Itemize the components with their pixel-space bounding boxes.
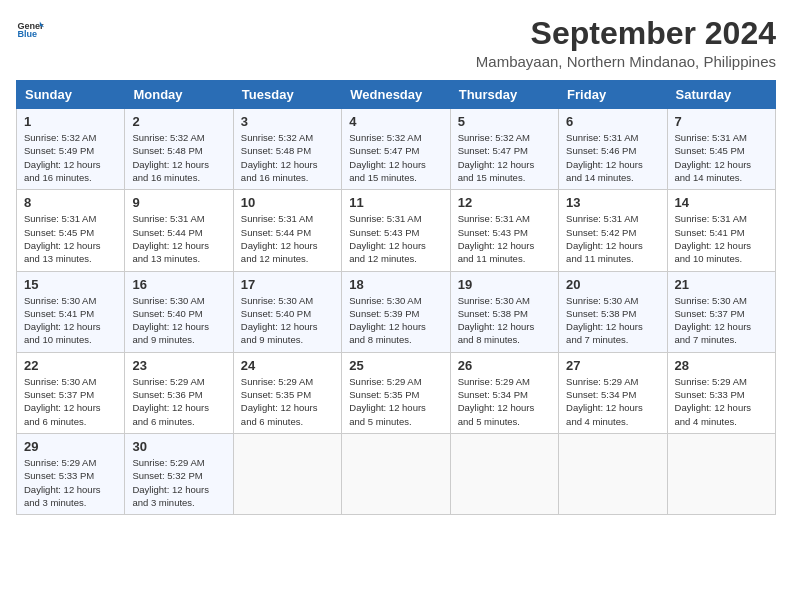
calendar-day-cell: 11Sunrise: 5:31 AM Sunset: 5:43 PM Dayli… (342, 190, 450, 271)
day-detail: Sunrise: 5:30 AM Sunset: 5:40 PM Dayligh… (241, 294, 334, 347)
day-detail: Sunrise: 5:30 AM Sunset: 5:41 PM Dayligh… (24, 294, 117, 347)
calendar-week-row: 8Sunrise: 5:31 AM Sunset: 5:45 PM Daylig… (17, 190, 776, 271)
day-number: 27 (566, 358, 659, 373)
month-title: September 2024 (476, 16, 776, 51)
calendar-day-cell: 29Sunrise: 5:29 AM Sunset: 5:33 PM Dayli… (17, 433, 125, 514)
calendar-day-cell: 23Sunrise: 5:29 AM Sunset: 5:36 PM Dayli… (125, 352, 233, 433)
day-number: 9 (132, 195, 225, 210)
calendar-day-cell: 27Sunrise: 5:29 AM Sunset: 5:34 PM Dayli… (559, 352, 667, 433)
calendar-week-row: 1Sunrise: 5:32 AM Sunset: 5:49 PM Daylig… (17, 109, 776, 190)
day-number: 16 (132, 277, 225, 292)
calendar-day-cell: 10Sunrise: 5:31 AM Sunset: 5:44 PM Dayli… (233, 190, 341, 271)
calendar-day-cell: 30Sunrise: 5:29 AM Sunset: 5:32 PM Dayli… (125, 433, 233, 514)
logo-icon: General Blue (16, 16, 44, 44)
day-detail: Sunrise: 5:31 AM Sunset: 5:44 PM Dayligh… (241, 212, 334, 265)
svg-text:Blue: Blue (17, 29, 37, 39)
calendar-day-cell: 22Sunrise: 5:30 AM Sunset: 5:37 PM Dayli… (17, 352, 125, 433)
weekday-header-sunday: Sunday (17, 81, 125, 109)
weekday-header-tuesday: Tuesday (233, 81, 341, 109)
day-detail: Sunrise: 5:29 AM Sunset: 5:34 PM Dayligh… (566, 375, 659, 428)
day-number: 28 (675, 358, 768, 373)
calendar-day-cell: 15Sunrise: 5:30 AM Sunset: 5:41 PM Dayli… (17, 271, 125, 352)
day-detail: Sunrise: 5:30 AM Sunset: 5:39 PM Dayligh… (349, 294, 442, 347)
day-detail: Sunrise: 5:32 AM Sunset: 5:48 PM Dayligh… (241, 131, 334, 184)
day-number: 8 (24, 195, 117, 210)
day-detail: Sunrise: 5:32 AM Sunset: 5:47 PM Dayligh… (349, 131, 442, 184)
day-detail: Sunrise: 5:31 AM Sunset: 5:45 PM Dayligh… (24, 212, 117, 265)
calendar-week-row: 22Sunrise: 5:30 AM Sunset: 5:37 PM Dayli… (17, 352, 776, 433)
calendar-day-cell: 17Sunrise: 5:30 AM Sunset: 5:40 PM Dayli… (233, 271, 341, 352)
calendar-day-cell (667, 433, 775, 514)
day-detail: Sunrise: 5:31 AM Sunset: 5:46 PM Dayligh… (566, 131, 659, 184)
day-detail: Sunrise: 5:30 AM Sunset: 5:37 PM Dayligh… (675, 294, 768, 347)
weekday-header-row: SundayMondayTuesdayWednesdayThursdayFrid… (17, 81, 776, 109)
calendar-day-cell: 21Sunrise: 5:30 AM Sunset: 5:37 PM Dayli… (667, 271, 775, 352)
calendar-day-cell: 14Sunrise: 5:31 AM Sunset: 5:41 PM Dayli… (667, 190, 775, 271)
calendar-table: SundayMondayTuesdayWednesdayThursdayFrid… (16, 80, 776, 515)
calendar-day-cell (342, 433, 450, 514)
weekday-header-saturday: Saturday (667, 81, 775, 109)
calendar-day-cell: 26Sunrise: 5:29 AM Sunset: 5:34 PM Dayli… (450, 352, 558, 433)
calendar-week-row: 15Sunrise: 5:30 AM Sunset: 5:41 PM Dayli… (17, 271, 776, 352)
day-number: 19 (458, 277, 551, 292)
day-detail: Sunrise: 5:30 AM Sunset: 5:37 PM Dayligh… (24, 375, 117, 428)
day-number: 10 (241, 195, 334, 210)
day-number: 14 (675, 195, 768, 210)
day-detail: Sunrise: 5:29 AM Sunset: 5:35 PM Dayligh… (349, 375, 442, 428)
day-detail: Sunrise: 5:29 AM Sunset: 5:34 PM Dayligh… (458, 375, 551, 428)
day-number: 2 (132, 114, 225, 129)
day-detail: Sunrise: 5:30 AM Sunset: 5:40 PM Dayligh… (132, 294, 225, 347)
calendar-day-cell: 20Sunrise: 5:30 AM Sunset: 5:38 PM Dayli… (559, 271, 667, 352)
calendar-day-cell: 8Sunrise: 5:31 AM Sunset: 5:45 PM Daylig… (17, 190, 125, 271)
day-number: 6 (566, 114, 659, 129)
page-header: General Blue September 2024 Mambayaan, N… (16, 16, 776, 70)
calendar-day-cell: 24Sunrise: 5:29 AM Sunset: 5:35 PM Dayli… (233, 352, 341, 433)
calendar-day-cell: 7Sunrise: 5:31 AM Sunset: 5:45 PM Daylig… (667, 109, 775, 190)
day-detail: Sunrise: 5:30 AM Sunset: 5:38 PM Dayligh… (458, 294, 551, 347)
day-number: 12 (458, 195, 551, 210)
calendar-day-cell: 19Sunrise: 5:30 AM Sunset: 5:38 PM Dayli… (450, 271, 558, 352)
day-number: 29 (24, 439, 117, 454)
location-subtitle: Mambayaan, Northern Mindanao, Philippine… (476, 53, 776, 70)
day-number: 26 (458, 358, 551, 373)
calendar-day-cell (450, 433, 558, 514)
day-number: 18 (349, 277, 442, 292)
day-number: 21 (675, 277, 768, 292)
day-number: 20 (566, 277, 659, 292)
weekday-header-friday: Friday (559, 81, 667, 109)
day-number: 25 (349, 358, 442, 373)
day-number: 5 (458, 114, 551, 129)
day-number: 24 (241, 358, 334, 373)
day-detail: Sunrise: 5:31 AM Sunset: 5:44 PM Dayligh… (132, 212, 225, 265)
day-number: 4 (349, 114, 442, 129)
day-number: 23 (132, 358, 225, 373)
day-detail: Sunrise: 5:31 AM Sunset: 5:41 PM Dayligh… (675, 212, 768, 265)
weekday-header-monday: Monday (125, 81, 233, 109)
day-detail: Sunrise: 5:31 AM Sunset: 5:43 PM Dayligh… (458, 212, 551, 265)
day-detail: Sunrise: 5:29 AM Sunset: 5:33 PM Dayligh… (24, 456, 117, 509)
day-number: 3 (241, 114, 334, 129)
day-number: 1 (24, 114, 117, 129)
calendar-day-cell (559, 433, 667, 514)
calendar-day-cell: 16Sunrise: 5:30 AM Sunset: 5:40 PM Dayli… (125, 271, 233, 352)
weekday-header-wednesday: Wednesday (342, 81, 450, 109)
calendar-day-cell: 5Sunrise: 5:32 AM Sunset: 5:47 PM Daylig… (450, 109, 558, 190)
calendar-week-row: 29Sunrise: 5:29 AM Sunset: 5:33 PM Dayli… (17, 433, 776, 514)
day-detail: Sunrise: 5:31 AM Sunset: 5:42 PM Dayligh… (566, 212, 659, 265)
day-detail: Sunrise: 5:29 AM Sunset: 5:32 PM Dayligh… (132, 456, 225, 509)
calendar-day-cell: 2Sunrise: 5:32 AM Sunset: 5:48 PM Daylig… (125, 109, 233, 190)
day-detail: Sunrise: 5:31 AM Sunset: 5:45 PM Dayligh… (675, 131, 768, 184)
day-detail: Sunrise: 5:29 AM Sunset: 5:35 PM Dayligh… (241, 375, 334, 428)
day-number: 11 (349, 195, 442, 210)
day-number: 30 (132, 439, 225, 454)
day-number: 13 (566, 195, 659, 210)
logo: General Blue (16, 16, 44, 44)
calendar-day-cell: 28Sunrise: 5:29 AM Sunset: 5:33 PM Dayli… (667, 352, 775, 433)
title-section: September 2024 Mambayaan, Northern Minda… (476, 16, 776, 70)
calendar-day-cell: 25Sunrise: 5:29 AM Sunset: 5:35 PM Dayli… (342, 352, 450, 433)
day-detail: Sunrise: 5:32 AM Sunset: 5:49 PM Dayligh… (24, 131, 117, 184)
day-detail: Sunrise: 5:32 AM Sunset: 5:47 PM Dayligh… (458, 131, 551, 184)
calendar-day-cell: 4Sunrise: 5:32 AM Sunset: 5:47 PM Daylig… (342, 109, 450, 190)
day-number: 22 (24, 358, 117, 373)
day-number: 7 (675, 114, 768, 129)
